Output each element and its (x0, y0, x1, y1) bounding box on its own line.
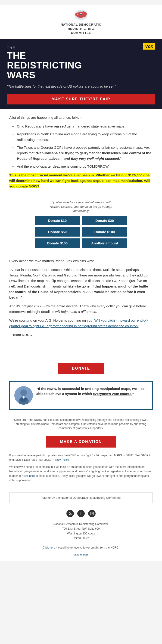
make-donation-button[interactable]: MAKE A DONATION (46, 436, 116, 448)
fewer-emails-line: Click here if you'd like to receive fewe… (9, 545, 153, 550)
hero-title-small: THE (7, 46, 16, 50)
quote-box: "If the NDRC is successful in undoing ma… (9, 381, 153, 410)
hero-subtitle: "The battle lines for the next decade of… (7, 84, 155, 89)
intro-paragraph: A lot of things are happening all at onc… (9, 115, 153, 120)
donate-20-button[interactable]: Donate $20 (82, 216, 127, 225)
make-donation-wrap: MAKE A DONATION (0, 434, 162, 450)
donation-grid: Donate $10 Donate $20 Donate $50 Donate … (35, 216, 127, 248)
bullet-item: → Republicans in North Carolina and Flor… (12, 132, 153, 142)
svg-text:★: ★ (83, 13, 85, 14)
unsubscribe-link[interactable]: unsubscribe (0, 554, 162, 561)
address-line-4: United States (9, 536, 153, 540)
donate-button[interactable]: DONATE (58, 363, 104, 374)
sign-off: -- Team NDRC (9, 332, 153, 338)
bullet-item: → Ohio Republicans have passed gerrymand… (12, 124, 153, 129)
email-header: ★ ★ NATIONAL DEMOCRATIC REDISTRICTING CO… (0, 4, 162, 39)
donate-10-button[interactable]: Donate $10 (35, 216, 80, 225)
footer-description: Since 2017, the NDRC has executed a comp… (0, 414, 162, 434)
vox-section: Every action we take matters, friend. Vo… (0, 252, 162, 346)
bullet-list: → Ohio Republicans have passed gerrymand… (12, 124, 153, 169)
highlighted-text: This is the most crucial moment we've ev… (9, 173, 150, 188)
bullet-arrow-icon: → (12, 145, 15, 150)
social-bar: 𝕏 f (0, 506, 162, 521)
svg-point-9 (91, 513, 93, 514)
bullet-text-4: And the end-of-quarter deadline is comin… (17, 164, 153, 169)
bullet-text-1: Ohio Republicans have passed gerrymander… (17, 124, 153, 129)
bullet-text-2: Republicans in North Carolina and Florid… (17, 132, 153, 142)
quote-text: "If the NDRC is successful in undoing ma… (36, 386, 148, 396)
svg-point-2 (80, 14, 82, 15)
pitch-in-link[interactable]: Will you pitch in toward our end-of-quar… (9, 318, 148, 328)
actblue-note: If you've saved your payment information… (9, 200, 153, 213)
fewer-emails-link[interactable]: Click here (43, 546, 55, 549)
footer-address: National Democratic Redistricting Commit… (0, 521, 162, 554)
twitter-icon[interactable]: 𝕏 (66, 510, 74, 517)
vox-intro: Every action we take matters, friend. Vo… (9, 258, 153, 264)
donate-other-button[interactable]: Another amount (82, 238, 127, 248)
donate-50-button[interactable]: Donate $50 (35, 227, 80, 236)
donate-150-button[interactable]: Donate $150 (35, 238, 80, 248)
bullet-text-3: The Texas and Georgia GOPs have proposed… (17, 145, 153, 162)
bullet-arrow-icon: → (12, 124, 15, 129)
privacy-policy-link[interactable]: Privacy Policy. (52, 458, 69, 462)
donation-section: If you've saved your payment information… (0, 198, 162, 252)
hero-banner: Vox THE THEREDISTRICTING WARSREDISTRICTI… (0, 39, 162, 109)
bullet-item: → And the end-of-quarter deadline is com… (12, 164, 153, 169)
quote-photo (14, 386, 33, 405)
divider (0, 489, 162, 489)
svg-point-10 (93, 512, 93, 513)
footer-notice-1: If you want to receive periodic updates … (9, 453, 153, 462)
org-name: NATIONAL DEMOCRATIC REDISTRICTING COMMIT… (9, 22, 153, 35)
spacer (0, 346, 162, 356)
paragraph-counting: We're counting on you. A.G. Holder is co… (9, 318, 153, 329)
paragraph-decade: And it's not just 2022 -- it's the entir… (9, 304, 153, 314)
svg-rect-8 (90, 512, 93, 515)
hero-cta-button[interactable]: MAKE SURE THEY'RE FAIR (7, 94, 155, 104)
instagram-icon[interactable] (88, 510, 96, 517)
email-container: ★ ★ NATIONAL DEMOCRATIC REDISTRICTING CO… (0, 4, 162, 561)
footer-notice-2: We know we send a lot of emails, but we … (9, 465, 153, 482)
footer-notices: If you want to receive periodic updates … (0, 450, 162, 489)
highlighted-paragraph: This is the most crucial moment we've ev… (9, 172, 153, 189)
vox-quote: "A seat in Tennessee here, seats in Ohio… (9, 267, 153, 300)
facebook-icon[interactable]: f (77, 510, 85, 517)
body-content: A lot of things are happening all at onc… (0, 109, 162, 198)
bullet-arrow-icon: → (12, 164, 15, 169)
spacer2 (0, 356, 162, 360)
paid-by-box: Paid for by the National Democratic Redi… (9, 492, 153, 503)
svg-text:★: ★ (77, 13, 78, 15)
svg-point-6 (20, 390, 27, 396)
hero-title-large: THEREDISTRICTING WARSREDISTRICTINGWARS (7, 51, 155, 80)
ndrc-logo-icon: ★ ★ (74, 9, 88, 21)
quote-underline: everyone's vote counts. (93, 392, 132, 396)
donate-button-wrap: DONATE (0, 360, 162, 379)
vox-badge: Vox (143, 43, 155, 50)
donate-100-button[interactable]: Donate $100 (82, 227, 127, 236)
address-line-2: 700 13th Street NW, Suite 600 (9, 526, 153, 531)
click-here-link[interactable]: Click here (23, 474, 35, 478)
address-line-3: Washington, DC xxxxx (9, 531, 153, 536)
address-line-1: National Democratic Redistricting Commit… (9, 522, 153, 526)
bullet-arrow-icon: → (12, 132, 15, 137)
bullet-item: → The Texas and Georgia GOPs have propos… (12, 145, 153, 162)
